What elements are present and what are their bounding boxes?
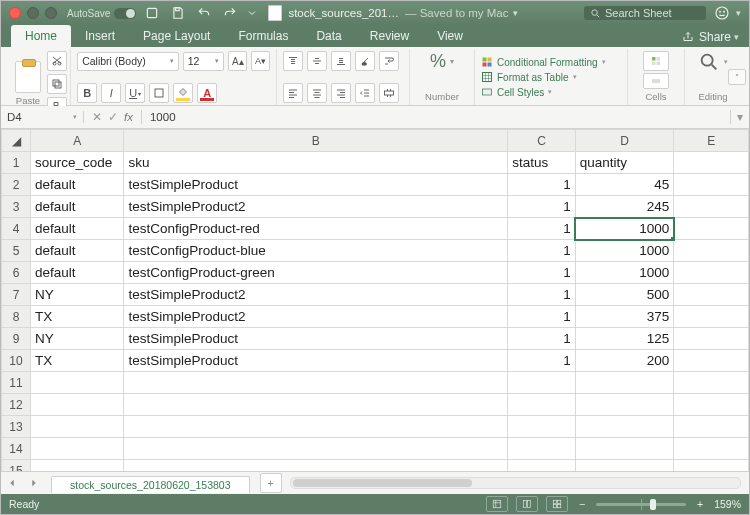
row-header[interactable]: 11 [2, 372, 31, 394]
row-header[interactable]: 8 [2, 306, 31, 328]
accept-formula-button[interactable]: ✓ [108, 110, 118, 124]
cell[interactable] [124, 372, 508, 394]
quick-access-dropdown[interactable] [246, 4, 258, 22]
cell[interactable] [674, 240, 749, 262]
cell[interactable]: default [31, 240, 124, 262]
cell[interactable]: testConfigProduct-blue [124, 240, 508, 262]
tab-page-layout[interactable]: Page Layout [129, 25, 224, 47]
collapse-ribbon-button[interactable]: ˄ [728, 69, 746, 85]
align-center-button[interactable] [307, 83, 327, 103]
cell[interactable] [674, 460, 749, 472]
maximize-window-icon[interactable] [45, 7, 57, 19]
zoom-in-button[interactable]: + [694, 498, 706, 510]
cell[interactable] [31, 438, 124, 460]
row-header[interactable]: 13 [2, 416, 31, 438]
cell-styles-button[interactable]: Cell Styles▾ [481, 86, 621, 98]
cell[interactable] [508, 460, 575, 472]
home-quick-button[interactable] [142, 4, 162, 22]
cell[interactable] [31, 416, 124, 438]
select-all-button[interactable]: ◢ [2, 130, 31, 152]
formula-input[interactable]: 1000 [142, 111, 730, 123]
cell[interactable] [674, 306, 749, 328]
minimize-window-icon[interactable] [27, 7, 39, 19]
cell[interactable]: 1 [508, 240, 575, 262]
bold-button[interactable]: B [77, 83, 97, 103]
spreadsheet-grid[interactable]: ◢ A B C D E 1source_codeskustatusquantit… [1, 129, 749, 471]
cell[interactable] [575, 372, 674, 394]
cell[interactable]: 1000 [575, 218, 674, 240]
cell[interactable]: quantity [575, 152, 674, 174]
row-header[interactable]: 7 [2, 284, 31, 306]
cell[interactable] [674, 174, 749, 196]
cell[interactable]: 375 [575, 306, 674, 328]
cell[interactable] [674, 350, 749, 372]
cell[interactable]: NY [31, 284, 124, 306]
cell[interactable]: sku [124, 152, 508, 174]
cell[interactable]: 1 [508, 262, 575, 284]
percent-icon[interactable]: % [430, 51, 446, 72]
undo-button[interactable] [194, 4, 214, 22]
cell[interactable]: NY [31, 328, 124, 350]
cell[interactable]: 125 [575, 328, 674, 350]
view-page-layout-button[interactable] [516, 496, 538, 512]
search-sheet[interactable]: Search Sheet [584, 6, 706, 20]
row-header[interactable]: 1 [2, 152, 31, 174]
add-sheet-button[interactable]: + [260, 473, 282, 493]
cell[interactable] [31, 394, 124, 416]
cell[interactable] [674, 394, 749, 416]
cell[interactable] [674, 218, 749, 240]
col-header-B[interactable]: B [124, 130, 508, 152]
view-normal-button[interactable] [486, 496, 508, 512]
tab-data[interactable]: Data [302, 25, 355, 47]
cell[interactable]: 1 [508, 174, 575, 196]
font-size-select[interactable]: 12▾ [183, 52, 225, 71]
find-icon[interactable] [698, 51, 720, 73]
merge-button[interactable] [379, 83, 399, 103]
cell[interactable]: 1 [508, 284, 575, 306]
cell[interactable] [674, 438, 749, 460]
align-top-button[interactable] [283, 51, 303, 71]
cell[interactable]: 1000 [575, 240, 674, 262]
delete-cells-button[interactable] [643, 73, 669, 89]
cell[interactable]: 200 [575, 350, 674, 372]
cell[interactable]: 245 [575, 196, 674, 218]
cell[interactable]: 500 [575, 284, 674, 306]
cell[interactable] [575, 394, 674, 416]
col-header-D[interactable]: D [575, 130, 674, 152]
tab-review[interactable]: Review [356, 25, 423, 47]
align-right-button[interactable] [331, 83, 351, 103]
font-family-select[interactable]: Calibri (Body)▾ [77, 52, 178, 71]
cell[interactable] [508, 372, 575, 394]
row-header[interactable]: 4 [2, 218, 31, 240]
cell[interactable] [508, 416, 575, 438]
col-header-E[interactable]: E [674, 130, 749, 152]
cell[interactable] [124, 438, 508, 460]
view-page-break-button[interactable] [546, 496, 568, 512]
sheet-nav-prev[interactable] [3, 476, 21, 490]
cell[interactable]: 45 [575, 174, 674, 196]
cell[interactable]: testSimpleProduct2 [124, 196, 508, 218]
sheet-nav-next[interactable] [25, 476, 43, 490]
insert-cells-button[interactable] [643, 51, 669, 71]
cell[interactable] [124, 394, 508, 416]
cell[interactable]: default [31, 174, 124, 196]
sheet-tab[interactable]: stock_sources_20180620_153803 [51, 476, 250, 493]
cell[interactable]: 1 [508, 350, 575, 372]
cell[interactable]: 1 [508, 306, 575, 328]
name-box[interactable]: D4▾ [1, 111, 84, 123]
cell[interactable] [674, 262, 749, 284]
align-bottom-button[interactable] [331, 51, 351, 71]
italic-button[interactable]: I [101, 83, 121, 103]
tab-insert[interactable]: Insert [71, 25, 129, 47]
cell[interactable]: testSimpleProduct2 [124, 284, 508, 306]
align-middle-button[interactable] [307, 51, 327, 71]
copy-button[interactable] [47, 74, 67, 94]
expand-formula-bar-button[interactable]: ▾ [730, 110, 749, 124]
cell[interactable] [31, 372, 124, 394]
border-button[interactable] [149, 83, 169, 103]
cell[interactable]: default [31, 218, 124, 240]
cell[interactable] [508, 394, 575, 416]
cell[interactable]: testSimpleProduct [124, 174, 508, 196]
cell[interactable] [124, 460, 508, 472]
cell[interactable] [508, 438, 575, 460]
